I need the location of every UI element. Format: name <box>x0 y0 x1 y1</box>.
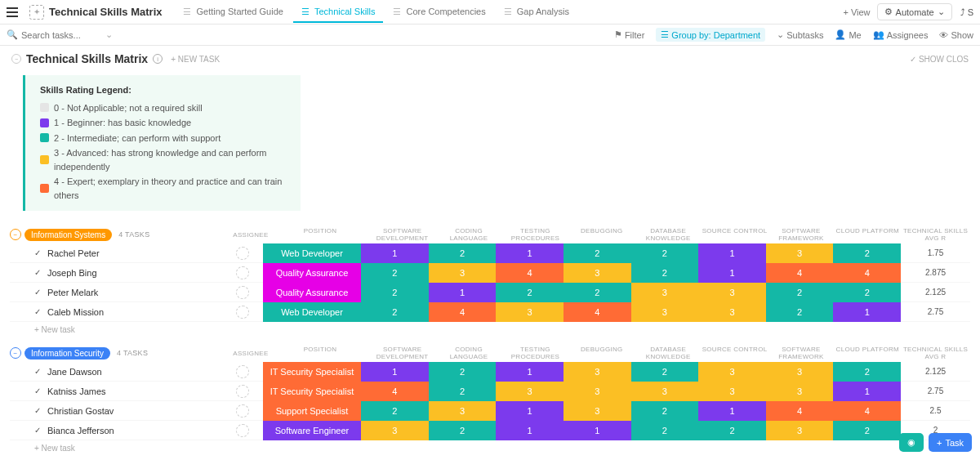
skill-cell[interactable]: 2 <box>631 263 699 283</box>
skill-cell[interactable]: 1 <box>564 421 631 440</box>
skill-cell[interactable]: 2 <box>429 362 497 382</box>
avatar-placeholder[interactable] <box>236 266 249 279</box>
task-row[interactable]: ✓Bianca JeffersonSoftware Engineer321122… <box>10 421 970 440</box>
skill-cell[interactable]: 2 <box>429 382 497 401</box>
assignee-cell[interactable] <box>222 365 263 378</box>
skill-cell[interactable]: 2 <box>833 362 901 382</box>
group-label[interactable]: Information Security <box>24 347 110 360</box>
skill-cell[interactable]: 2 <box>361 302 429 322</box>
skill-cell[interactable]: 4 <box>496 263 564 283</box>
position-cell[interactable]: Software Engineer <box>263 421 361 440</box>
skill-cell[interactable]: 1 <box>496 243 564 263</box>
skill-cell[interactable]: 4 <box>833 263 901 283</box>
task-row[interactable]: ✓Joseph BingQuality Assurance Tester2343… <box>10 263 970 283</box>
assignee-cell[interactable] <box>222 424 263 437</box>
check-icon[interactable]: ✓ <box>34 268 41 277</box>
share-button[interactable]: ⤴ S <box>960 7 973 17</box>
new-task-row[interactable]: + New task <box>10 322 970 337</box>
position-cell[interactable]: Quality Assurance Tester <box>263 283 361 302</box>
tab-gap-analysis[interactable]: ☰Gap Analysis <box>496 2 577 23</box>
avatar-placeholder[interactable] <box>236 385 249 398</box>
collapse-icon[interactable]: − <box>11 54 21 64</box>
assignee-cell[interactable] <box>222 286 263 299</box>
add-view[interactable]: + View <box>836 2 876 22</box>
tab-getting-started-guide[interactable]: ☰Getting Started Guide <box>175 2 291 23</box>
position-cell[interactable]: IT Security Specialist <box>263 362 361 382</box>
skill-cell[interactable]: 2 <box>766 302 834 322</box>
skill-cell[interactable]: 4 <box>833 401 901 421</box>
skill-cell[interactable]: 3 <box>631 382 699 401</box>
skill-cell[interactable]: 1 <box>698 263 766 283</box>
skill-cell[interactable]: 1 <box>361 362 429 382</box>
avatar-placeholder[interactable] <box>236 306 249 319</box>
check-icon[interactable]: ✓ <box>34 288 41 297</box>
skill-cell[interactable]: 1 <box>698 243 766 263</box>
skill-cell[interactable]: 4 <box>564 302 631 322</box>
collapse-group-icon[interactable]: − <box>10 229 21 240</box>
skill-cell[interactable]: 3 <box>698 382 766 401</box>
skill-cell[interactable]: 1 <box>361 243 429 263</box>
skill-cell[interactable]: 2 <box>631 362 699 382</box>
group-label[interactable]: Information Systems <box>24 229 112 241</box>
skill-cell[interactable]: 3 <box>766 382 834 401</box>
skill-cell[interactable]: 2 <box>496 283 564 302</box>
skill-cell[interactable]: 3 <box>698 362 766 382</box>
skill-cell[interactable]: 3 <box>564 263 631 283</box>
skill-cell[interactable]: 3 <box>631 283 699 302</box>
me-button[interactable]: 👤Me <box>835 29 861 40</box>
skill-cell[interactable]: 3 <box>429 263 497 283</box>
skill-cell[interactable]: 3 <box>496 302 564 322</box>
skill-cell[interactable]: 2 <box>766 283 834 302</box>
skill-cell[interactable]: 2 <box>833 421 901 440</box>
task-row[interactable]: ✓Jane DawsonIT Security Specialist121323… <box>10 362 970 382</box>
avatar-placeholder[interactable] <box>236 424 249 437</box>
show-button[interactable]: 👁Show <box>939 30 973 40</box>
avatar-placeholder[interactable] <box>236 286 249 299</box>
skill-cell[interactable]: 4 <box>361 382 429 401</box>
skill-cell[interactable]: 3 <box>698 283 766 302</box>
assignee-cell[interactable] <box>222 385 263 398</box>
group-by-button[interactable]: ☰Group by: Department <box>656 28 765 42</box>
assignee-cell[interactable] <box>222 306 263 319</box>
check-icon[interactable]: ✓ <box>34 426 41 435</box>
skill-cell[interactable]: 2 <box>564 243 631 263</box>
position-cell[interactable]: Web Developer <box>263 302 361 322</box>
record-button[interactable]: ◉ <box>899 433 924 452</box>
assignees-button[interactable]: 👥Assignees <box>873 29 929 40</box>
subtasks-button[interactable]: ⌄Subtasks <box>777 29 823 40</box>
chevron-down-icon[interactable]: ⌄ <box>105 29 113 40</box>
assignee-cell[interactable] <box>222 247 263 260</box>
tab-technical-skills[interactable]: ☰Technical Skills <box>293 2 384 23</box>
task-row[interactable]: ✓Caleb MissionWeb Developer243433212.75 <box>10 302 970 322</box>
skill-cell[interactable]: 1 <box>429 283 497 302</box>
info-icon[interactable]: i <box>153 54 163 64</box>
skill-cell[interactable]: 2 <box>698 421 766 440</box>
new-task-float[interactable]: +Task <box>929 433 972 452</box>
skill-cell[interactable]: 1 <box>833 302 901 322</box>
skill-cell[interactable]: 4 <box>429 302 497 322</box>
position-cell[interactable]: Quality Assurance Tester <box>263 263 361 283</box>
tab-core-competencies[interactable]: ☰Core Competencies <box>385 2 493 23</box>
collapse-group-icon[interactable]: − <box>10 347 21 359</box>
skill-cell[interactable]: 3 <box>631 302 699 322</box>
skill-cell[interactable]: 2 <box>429 421 497 440</box>
search-box[interactable]: 🔍 ⌄ <box>7 29 113 40</box>
skill-cell[interactable]: 3 <box>564 401 631 421</box>
assignee-cell[interactable] <box>222 266 263 279</box>
filter-button[interactable]: ⚑Filter <box>614 29 644 40</box>
skill-cell[interactable]: 3 <box>766 243 834 263</box>
skill-cell[interactable]: 2 <box>631 401 699 421</box>
check-icon[interactable]: ✓ <box>34 248 41 257</box>
skill-cell[interactable]: 4 <box>766 401 834 421</box>
skill-cell[interactable]: 4 <box>766 263 834 283</box>
skill-cell[interactable]: 3 <box>766 362 834 382</box>
task-row[interactable]: ✓Christian GostavSupport Specialist23132… <box>10 401 970 421</box>
skill-cell[interactable]: 3 <box>766 421 834 440</box>
menu-icon[interactable] <box>7 4 23 20</box>
avatar-placeholder[interactable] <box>236 247 249 260</box>
automate-button[interactable]: ⚙ Automate ⌄ <box>877 3 952 20</box>
skill-cell[interactable]: 2 <box>564 283 631 302</box>
skill-cell[interactable]: 1 <box>496 401 564 421</box>
skill-cell[interactable]: 1 <box>496 362 564 382</box>
avatar-placeholder[interactable] <box>236 404 249 418</box>
